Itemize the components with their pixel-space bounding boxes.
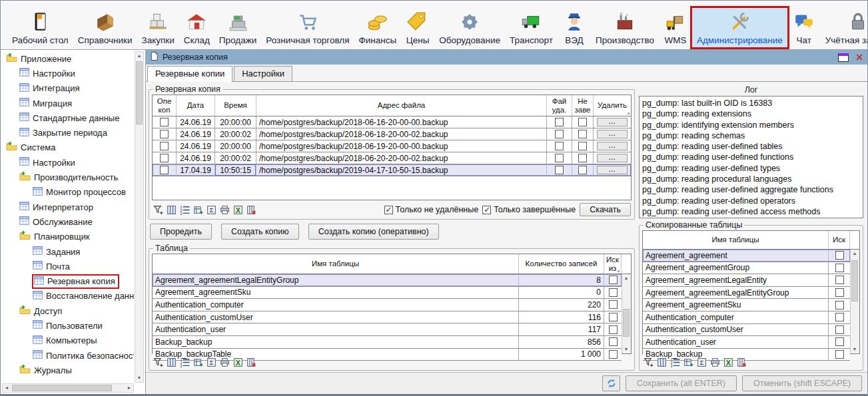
excel-export-icon[interactable]: X	[723, 357, 733, 367]
tree-item[interactable]: Миграция	[2, 96, 134, 110]
toolbar-item-warehouse[interactable]: Склад	[179, 8, 215, 47]
sidebar-horizontal-scrollbar[interactable]: ◄ ►	[2, 383, 134, 393]
tree-item[interactable]: Почта	[2, 259, 134, 274]
toolbar-item-purchases[interactable]: Закупки	[137, 8, 179, 47]
tables-table-row[interactable]: Authentication_customUser116	[153, 311, 622, 324]
toolbar-item-prices[interactable]: Цены	[401, 8, 434, 47]
exclude-cell[interactable]	[829, 262, 850, 274]
sum-icon[interactable]: Σ	[696, 357, 707, 367]
checkbox-icon[interactable]	[835, 276, 844, 284]
exclude-cell[interactable]	[829, 299, 850, 311]
copied-vertical-scrollbar[interactable]: ▲ ▼	[850, 250, 859, 353]
exclude-cell[interactable]	[829, 324, 850, 336]
tree-item[interactable]: Пользователи	[2, 318, 134, 333]
tree-item[interactable]: Приложение	[2, 51, 134, 66]
filter-add-icon[interactable]	[153, 357, 163, 367]
tree-item[interactable]: Восстановление данных	[2, 289, 134, 303]
exclude-cell[interactable]	[604, 311, 622, 323]
copied-table-row[interactable]: Authentication_user	[643, 336, 850, 349]
copied-table-row[interactable]: Authentication_customUser	[643, 324, 850, 337]
checkbox-icon[interactable]	[609, 325, 618, 334]
add-calculation-icon[interactable]	[193, 357, 203, 367]
scroll-right-icon[interactable]: ►	[125, 384, 133, 392]
create-copy-operative-button[interactable]: Создать копию (оперативно)	[308, 224, 439, 240]
tables-table-row[interactable]: Agreement_agreementLegalEntityGroup8	[153, 274, 622, 287]
file-deleted-cell[interactable]	[547, 152, 572, 164]
toolbar-item-finance[interactable]: Финансы	[354, 8, 402, 47]
tables-table-row[interactable]: Agreement_agreementSku0	[153, 287, 622, 299]
checkbox-icon[interactable]	[160, 166, 169, 174]
checkbox-icon[interactable]	[609, 313, 618, 321]
not-finished-cell[interactable]	[572, 140, 594, 152]
delete-row-button[interactable]: ...	[597, 130, 628, 138]
row-select-cell[interactable]	[153, 164, 177, 176]
tab-settings[interactable]: Настройки	[234, 66, 292, 81]
tree-item[interactable]: Интерпретатор	[2, 200, 134, 214]
sidebar-vertical-scrollbar[interactable]: ▲ ▼	[135, 51, 144, 383]
remove-column-icon[interactable]	[246, 357, 256, 367]
toolbar-item-references[interactable]: Справочники	[73, 8, 137, 47]
print-icon[interactable]	[709, 357, 720, 367]
backup-table-row[interactable]: 24.06.1920:00:00/home/postgres/backup/20…	[153, 140, 631, 152]
exclude-cell[interactable]	[829, 336, 850, 348]
checkbox-icon[interactable]	[578, 118, 587, 126]
tree-item[interactable]: Компьютеры	[2, 333, 134, 348]
backup-table-row[interactable]: 24.06.1920:00:02/home/postgres/backup/20…	[153, 152, 631, 164]
column-header[interactable]: Удалить	[594, 95, 631, 116]
toolbar-item-production[interactable]: Производство	[591, 8, 659, 47]
exclude-cell[interactable]	[604, 336, 622, 348]
toolbar-item-retail[interactable]: Розничная торговля	[261, 8, 354, 47]
scroll-up-icon[interactable]: ▲	[622, 274, 630, 282]
scrollbar-thumb[interactable]	[623, 309, 630, 337]
filter-add-icon[interactable]	[643, 357, 653, 367]
row-select-cell[interactable]	[153, 140, 177, 152]
copied-table-row[interactable]: Agreement_agreementLegalEntityGroup	[643, 287, 850, 299]
column-settings-icon[interactable]	[656, 357, 667, 367]
scroll-down-icon[interactable]: ▼	[622, 345, 630, 353]
checkbox-icon[interactable]	[835, 325, 844, 334]
copied-table-row[interactable]: Agreement_agreementLegalEntity	[643, 274, 850, 287]
tree-item[interactable]: Обслуживание	[2, 214, 134, 229]
file-deleted-cell[interactable]	[547, 116, 572, 128]
cancel-button[interactable]: Отменить (shift ESCAPE)	[742, 375, 862, 391]
toolbar-item-wms[interactable]: WMS	[659, 8, 692, 47]
refresh-button[interactable]	[602, 375, 620, 391]
checkbox-icon[interactable]	[609, 300, 618, 309]
column-header[interactable]: Время	[215, 95, 256, 116]
not-finished-cell[interactable]	[572, 164, 594, 176]
tree-item[interactable]: Политика безопасности	[2, 348, 134, 363]
create-copy-button[interactable]: Создать копию	[221, 224, 299, 240]
toolbar-item-sales[interactable]: Продажи	[215, 8, 261, 47]
exclude-cell[interactable]	[604, 323, 622, 335]
checkbox-icon[interactable]	[609, 350, 618, 359]
copied-table-row[interactable]: Agreement_agreementSku	[643, 299, 850, 311]
column-header[interactable]: Опе коп	[153, 95, 177, 116]
exclude-cell[interactable]	[604, 287, 622, 299]
checkbox-icon[interactable]	[835, 313, 844, 321]
copied-table-row[interactable]: Agreement_agreementGroup	[643, 262, 850, 275]
column-header[interactable]: Количество записей	[519, 254, 604, 274]
checkbox-icon[interactable]	[835, 264, 844, 272]
column-header[interactable]: Адрес файла	[256, 95, 547, 116]
toolbar-item-account[interactable]: Учётная запись	[821, 8, 867, 47]
checkbox-icon[interactable]	[835, 288, 844, 297]
add-calculation-icon[interactable]	[193, 204, 203, 215]
checkbox-icon[interactable]	[578, 130, 587, 138]
tree-item[interactable]: Система	[2, 140, 134, 155]
maximize-icon[interactable]	[838, 53, 849, 62]
checkbox-icon[interactable]	[555, 166, 564, 174]
tables-table-row[interactable]: Authentication_user117	[153, 323, 622, 336]
checkbox-icon[interactable]	[160, 130, 169, 138]
toolbar-item-ved[interactable]: ВЭД	[558, 8, 591, 47]
scroll-down-icon[interactable]: ▼	[851, 345, 859, 353]
column-settings-icon[interactable]	[166, 204, 177, 215]
checkbox-icon[interactable]	[835, 337, 844, 346]
checkbox-icon[interactable]	[609, 337, 618, 346]
column-header[interactable]: Иск	[829, 231, 850, 249]
checkbox-icon[interactable]	[555, 142, 564, 150]
checkbox-icon[interactable]	[555, 130, 564, 138]
toolbar-item-administration[interactable]: Администрирование	[692, 8, 787, 47]
backup-table-row[interactable]: 24.06.1920:00:00/home/postgres/backup/20…	[153, 116, 631, 128]
exclude-cell[interactable]	[829, 311, 850, 323]
checkbox-icon[interactable]	[835, 251, 844, 260]
